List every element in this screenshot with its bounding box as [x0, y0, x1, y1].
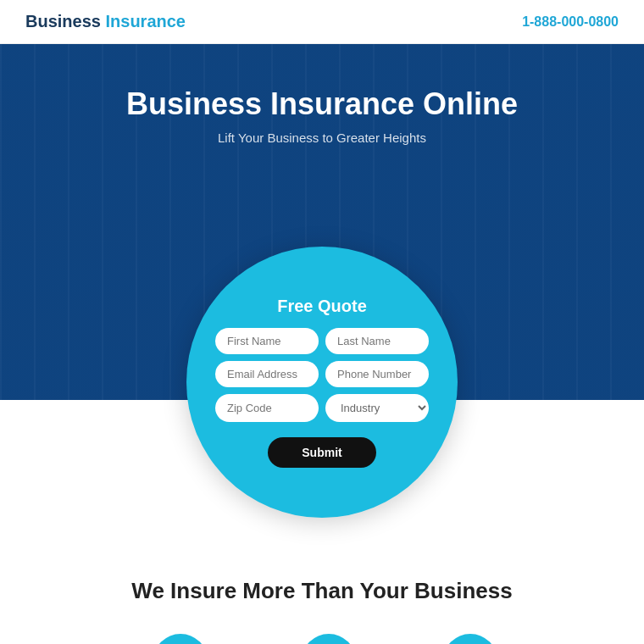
first-name-input[interactable]	[215, 328, 319, 354]
submit-button[interactable]: Submit	[268, 437, 375, 468]
hero-title: Business Insurance Online	[126, 86, 518, 122]
thumbsup-icon: 👍	[443, 634, 497, 644]
form-title: Free Quote	[277, 297, 367, 316]
hero-content: Business Insurance Online Lift Your Busi…	[126, 86, 518, 170]
form-row-3: IndustryTechnologyHealthcareFinanceRetai…	[215, 394, 429, 422]
form-circle-wrapper: Free Quote IndustryTechnologyHealthcareF…	[186, 179, 458, 450]
feature-item: 🤝Dedicated Service	[285, 634, 375, 644]
features-row: 💬Expert Conversations🤝Dedicated Service👍…	[34, 634, 610, 644]
phone-number: 1-888-000-0800	[522, 14, 619, 30]
logo: Business Insurance	[25, 12, 186, 31]
hero-subtitle: Lift Your Business to Greater Heights	[126, 130, 518, 145]
handshake-icon: 🤝	[302, 634, 356, 644]
header: Business Insurance 1-888-000-0800	[0, 0, 644, 44]
logo-insurance: Insurance	[106, 12, 186, 31]
free-quote-form: Free Quote IndustryTechnologyHealthcareF…	[186, 247, 458, 518]
email-input[interactable]	[215, 361, 319, 387]
form-row-1	[215, 328, 429, 354]
chat-icon: 💬	[153, 634, 208, 644]
last-name-input[interactable]	[325, 328, 429, 354]
industry-select[interactable]: IndustryTechnologyHealthcareFinanceRetai…	[325, 394, 429, 422]
zip-input[interactable]	[215, 394, 319, 422]
bottom-title: We Insure More Than Your Business	[34, 578, 610, 604]
phone-input[interactable]	[325, 361, 429, 387]
feature-item: 💬Expert Conversations	[128, 634, 233, 644]
form-row-2	[215, 361, 429, 387]
logo-business: Business	[25, 12, 101, 31]
hero-section: Business Insurance Online Lift Your Busi…	[0, 44, 644, 400]
feature-item: 👍Innovative Options	[425, 634, 516, 644]
bottom-section: We Insure More Than Your Business 💬Exper…	[0, 552, 644, 644]
